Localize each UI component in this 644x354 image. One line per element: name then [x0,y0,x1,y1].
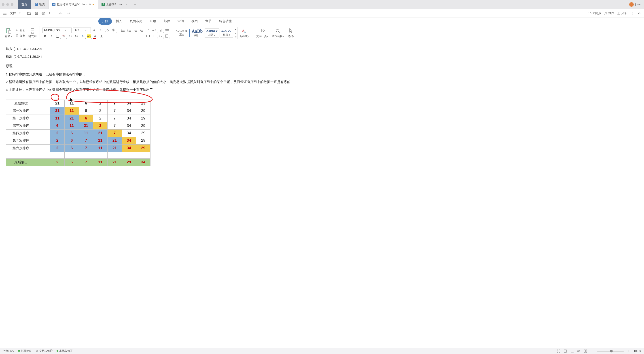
zoom-out-button[interactable]: − [590,349,594,353]
reading-view-icon[interactable] [577,349,580,353]
data-cell [79,152,93,159]
style-heading1[interactable]: AaBb 标题 1 [190,28,204,38]
minimize-window[interactable] [6,3,9,6]
collapse-ribbon-icon[interactable] [637,11,641,15]
zoom-percent[interactable]: 100 % [634,349,641,353]
copy-button[interactable]: ⿻复制 [14,34,26,38]
ribbon-tab-ref[interactable]: 引用 [146,18,160,25]
text-effects-button[interactable]: A▾ [80,34,85,39]
hamburger-icon[interactable] [3,11,7,15]
print-preview-icon[interactable] [48,11,52,15]
cut-button[interactable]: ✂剪切 [14,28,26,33]
gallery-down-icon[interactable]: ▾ [234,31,238,35]
font-size-select[interactable]: 五号▾ [73,28,91,33]
backup-status[interactable]: 本地备份开 [56,349,73,353]
ribbon-tab-review[interactable]: 审阅 [174,18,188,25]
increase-indent-button[interactable] [139,28,144,33]
align-left-button[interactable] [120,34,126,39]
ribbon-tab-insert[interactable]: 插入 [112,18,126,25]
subscript-button[interactable]: X2 [74,34,79,39]
ribbon-tab-mail[interactable]: 邮件 [160,18,174,25]
ribbon-tab-special[interactable]: 特色功能 [216,18,235,25]
print-layout-view-icon[interactable] [564,349,567,353]
ribbon-tab-layout[interactable]: 页面布局 [126,18,146,25]
gallery-more-icon[interactable]: ☰ [234,35,238,39]
clear-format-icon[interactable] [105,28,110,33]
line-spacing-button[interactable]: ▾ [152,34,157,39]
ribbon-tab-start[interactable]: 开始 [98,18,112,25]
shading-button[interactable]: ▾ [158,34,163,39]
superscript-button[interactable]: X2 [68,34,72,39]
align-right-button[interactable] [133,34,138,39]
decrease-font-icon[interactable]: A- [98,28,103,33]
close-tab-icon[interactable]: ✕ [126,3,128,6]
decrease-indent-button[interactable] [133,28,138,33]
zoom-in-button[interactable]: ＋ [627,349,630,353]
borders-button[interactable]: ▾ [164,34,169,39]
ribbon-tab-view[interactable]: 视图 [188,18,201,25]
zoom-slider[interactable] [597,351,624,351]
phonetic-guide-icon[interactable]: 字▾ [111,28,116,33]
file-menu[interactable]: 文件 [10,11,16,15]
font-color-button[interactable]: A▾ [92,34,98,39]
fullscreen-icon[interactable] [557,349,560,353]
show-marks-button[interactable]: ▾ [158,28,163,33]
close-window[interactable] [2,3,4,6]
tab-home[interactable]: 首页 [18,0,31,9]
share-button[interactable]: 分享 [617,11,627,15]
paste-button[interactable]: 粘贴 ▾ [4,27,14,39]
document-area[interactable]: 输入 {21,11,6,2,7,34,29} 输出 {2,6,7,11,21,2… [0,41,644,348]
tab-add[interactable]: ＋ [131,0,138,9]
align-distributed-button[interactable] [146,34,150,39]
underline-button[interactable]: U▾ [55,34,60,39]
highlight-button[interactable]: ab▾ [86,34,91,39]
file-menu-dropdown-icon[interactable]: ▾ [19,12,20,15]
tab-document[interactable]: W 数据结构与算法V1.docx ⧉ ● [49,0,98,9]
tab-stop-button[interactable] [164,28,169,33]
bullets-button[interactable]: ▾ [120,28,126,33]
svg-rect-31 [122,37,124,37]
char-scale-button[interactable]: A▾ [152,28,157,33]
bold-button[interactable]: B [42,34,48,39]
outline-view-icon[interactable] [570,349,574,353]
new-style-button[interactable]: AA 新样式▾ [238,27,250,39]
increase-font-icon[interactable]: A+ [92,28,97,33]
align-justify-button[interactable] [139,34,144,39]
format-painter-button[interactable]: 格式刷 [27,27,38,39]
ribbon-tab-chapter[interactable]: 章节 [202,18,215,25]
word-count[interactable]: 字数: 390 [3,349,14,353]
find-replace-button[interactable]: 查找替换▾ [270,27,285,39]
statusbar: 字数: 390 拼写检查 ⛒文档未保护 本地备份开 − ＋ 100 % [0,348,644,354]
page: 输入 {21,11,6,2,7,34,29} 输出 {2,6,7,11,21,2… [0,41,644,182]
style-heading3[interactable]: AaBbCc 标题 3 [220,29,233,38]
sort-button[interactable]: ▾ [146,28,150,33]
maximize-window[interactable] [11,3,14,6]
open-icon[interactable] [27,11,31,15]
spellcheck-status[interactable]: 拼写检查 [18,349,32,353]
print-icon[interactable] [41,11,46,15]
font-family-select[interactable]: Calibri (正文)▾ [42,28,72,33]
user-area[interactable]: jose [629,2,640,7]
strikethrough-button[interactable]: A▾ [61,34,66,39]
italic-button[interactable]: I [49,34,54,39]
align-center-button[interactable] [127,34,132,39]
style-heading2[interactable]: AaBbCc 标题 2 [204,29,219,38]
tab-daoke[interactable]: D 稻壳 [31,0,49,9]
character-border-button[interactable]: A [99,34,104,39]
tab-workbook[interactable]: S 工作簿1.xlsx ✕ [98,0,131,9]
collab-button[interactable]: 协作 [604,11,614,15]
protect-status[interactable]: ⛒文档未保护 [36,349,52,353]
select-button[interactable]: 选择▾ [286,27,296,39]
numbering-button[interactable]: 123▾ [127,28,132,33]
style-normal[interactable]: AaBbCcDd 正文 [174,29,190,37]
save-icon[interactable] [34,11,38,15]
gallery-up-icon[interactable]: ▴ [234,27,238,31]
data-cell: 21 [93,130,108,137]
svg-rect-16 [128,29,131,29]
text-tools-button[interactable]: 文字工具▾ [255,27,270,39]
data-cell: 29 [136,144,150,152]
svg-rect-57 [571,352,574,352]
clone-tab-icon[interactable]: ⧉ [89,3,91,6]
web-layout-view-icon[interactable] [584,349,587,353]
more-menu-icon[interactable]: ⋮ [630,11,634,15]
